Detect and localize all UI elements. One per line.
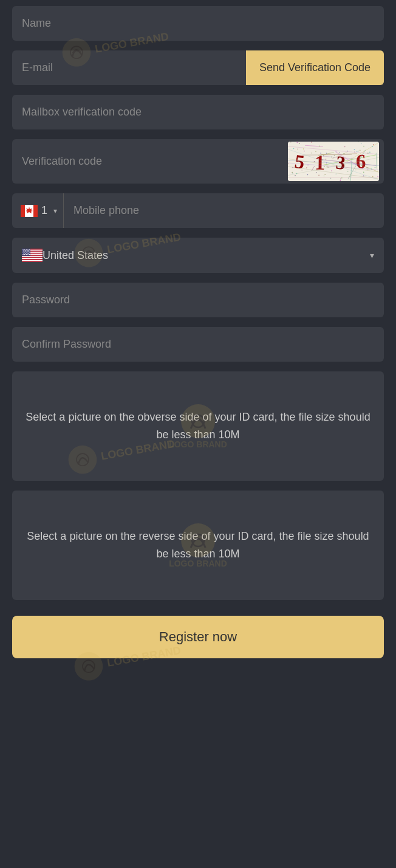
id-front-upload-text: Select a picture on the obverse side of … [24,408,372,444]
id-front-upload[interactable]: LOGO BRAND Select a picture on the obver… [12,371,384,481]
email-field-row: Send Verification Code [12,50,384,85]
svg-point-39 [24,254,26,255]
us-flag-icon [22,249,43,262]
svg-point-32 [27,252,29,253]
svg-point-26 [25,250,26,252]
svg-point-41 [27,254,29,255]
svg-rect-18 [22,260,43,261]
phone-country-prefix[interactable]: 1 ▾ [12,193,64,228]
svg-point-37 [29,253,30,254]
ca-flag-icon [21,205,38,217]
svg-point-36 [27,253,28,254]
svg-point-29 [22,252,24,253]
svg-point-31 [26,252,27,253]
confirm-password-field[interactable] [12,327,384,362]
svg-point-40 [26,254,27,255]
svg-point-33 [29,252,30,253]
confirm-password-input[interactable] [12,327,384,362]
svg-rect-17 [22,258,43,259]
svg-point-30 [24,252,26,253]
svg-rect-10 [33,205,38,217]
svg-point-20 [22,249,24,250]
phone-row: 1 ▾ [12,193,384,228]
svg-rect-9 [21,205,25,217]
email-input[interactable] [12,50,246,85]
name-field[interactable] [12,6,384,41]
name-input[interactable] [12,6,384,41]
verification-code-row [12,139,384,184]
captcha-image[interactable] [288,142,379,181]
country-select[interactable]: United States ▾ [12,238,384,273]
id-back-upload-text: Select a picture on the reverse side of … [24,528,372,563]
phone-prefix-chevron-icon: ▾ [53,207,57,215]
password-field[interactable] [12,283,384,317]
phone-input[interactable] [64,193,384,228]
svg-point-27 [27,250,28,252]
country-name-text: United States [43,249,370,262]
register-button[interactable]: Register now [12,616,384,658]
svg-point-42 [29,254,30,255]
send-verification-button[interactable]: Send Verification Code [246,50,384,85]
phone-code-text: 1 [41,204,47,217]
country-select-chevron-icon: ▾ [370,250,374,260]
mailbox-code-input[interactable] [12,95,384,129]
mailbox-code-field[interactable] [12,95,384,129]
id-back-upload[interactable]: LOGO BRAND Select a picture on the rever… [12,491,384,600]
svg-point-21 [24,249,26,250]
svg-point-23 [27,249,29,250]
svg-rect-16 [22,256,43,257]
svg-point-38 [22,254,24,255]
verification-code-input[interactable] [12,144,288,179]
svg-point-35 [25,253,26,254]
svg-point-25 [24,250,25,252]
password-input[interactable] [12,283,384,317]
svg-point-7 [81,660,95,673]
svg-point-34 [24,253,25,254]
svg-point-24 [29,249,30,250]
svg-point-22 [26,249,27,250]
svg-point-28 [29,250,30,252]
